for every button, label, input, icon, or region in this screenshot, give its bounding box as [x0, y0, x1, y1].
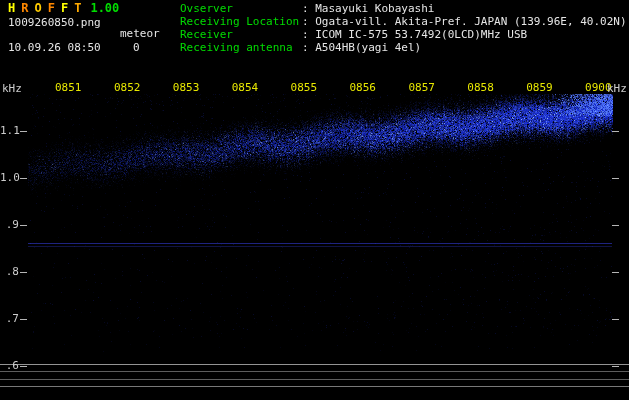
station-info-row: Ovserver: Masayuki Kobayashi	[180, 2, 627, 15]
time-label: 0859	[526, 81, 553, 94]
time-label: 0853	[173, 81, 200, 94]
freq-label: 1.1	[0, 124, 19, 137]
freq-unit-left: kHz	[2, 82, 22, 95]
baseline-line	[0, 386, 629, 387]
info-value: Masayuki Kobayashi	[315, 2, 434, 15]
mode-label: meteor	[120, 27, 160, 40]
freq-tick	[20, 366, 27, 367]
info-label: Receiver	[180, 28, 302, 41]
freq-tick	[612, 131, 619, 132]
marker-line	[28, 246, 612, 247]
freq-label: .6	[0, 359, 19, 372]
freq-tick	[612, 319, 619, 320]
colon: :	[302, 2, 315, 15]
station-info-row: Receiving Location: Ogata-vill. Akita-Pr…	[180, 15, 627, 28]
app-title-letter: H	[8, 1, 15, 15]
freq-tick	[20, 272, 27, 273]
freq-tick	[612, 178, 619, 179]
output-filename: 1009260850.png	[8, 16, 101, 29]
station-info-row: Receiving antenna: A504HB(yagi 4el)	[180, 41, 627, 54]
freq-tick	[20, 131, 27, 132]
app-title-letter: O	[34, 1, 41, 15]
info-value: A504HB(yagi 4el)	[315, 41, 421, 54]
hrofft-app-window: HROFFT1.00 1009260850.png meteor 10.09.2…	[0, 0, 629, 400]
marker-line	[28, 243, 612, 244]
freq-label: 1.0	[0, 171, 19, 184]
app-title-letter: T	[74, 1, 81, 15]
freq-tick	[20, 319, 27, 320]
colon: :	[302, 41, 315, 54]
app-title-letters: HROFFT	[8, 2, 87, 15]
echo-counter: 0	[133, 41, 140, 54]
freq-label: .7	[0, 312, 19, 325]
app-title-letter: F	[48, 1, 55, 15]
time-label: 0851	[55, 81, 82, 94]
info-value: ICOM IC-575 53.7492(0LCD)MHz USB	[315, 28, 527, 41]
station-info: Ovserver: Masayuki Kobayashi Receiving L…	[180, 2, 627, 54]
freq-tick	[20, 178, 27, 179]
baseline-line	[0, 379, 629, 380]
freq-label: .9	[0, 218, 19, 231]
time-label: 0854	[232, 81, 259, 94]
app-title-letter: F	[61, 1, 68, 15]
time-label: 0855	[291, 81, 318, 94]
datetime-label: 10.09.26 08:50	[8, 41, 101, 54]
colon: :	[302, 15, 315, 28]
spectrogram-canvas	[0, 0, 629, 400]
freq-tick	[612, 225, 619, 226]
info-label: Receiving Location	[180, 15, 302, 28]
app-title-letter: R	[21, 1, 28, 15]
freq-tick	[612, 366, 619, 367]
info-value: Ogata-vill. Akita-Pref. JAPAN (139.96E, …	[315, 15, 626, 28]
app-version: 1.00	[90, 1, 119, 15]
freq-unit-right: kHz	[607, 82, 627, 95]
freq-tick	[612, 272, 619, 273]
info-label: Receiving antenna	[180, 41, 302, 54]
freq-tick	[20, 225, 27, 226]
time-label: 0856	[350, 81, 377, 94]
baseline-line	[0, 371, 629, 372]
time-label: 0857	[408, 81, 435, 94]
info-label: Ovserver	[180, 2, 302, 15]
baseline-line	[0, 364, 629, 365]
colon: :	[302, 28, 315, 41]
time-label: 0858	[467, 81, 494, 94]
app-title: HROFFT1.00	[8, 2, 119, 15]
time-label: 0852	[114, 81, 141, 94]
station-info-row: Receiver: ICOM IC-575 53.7492(0LCD)MHz U…	[180, 28, 627, 41]
freq-label: .8	[0, 265, 19, 278]
